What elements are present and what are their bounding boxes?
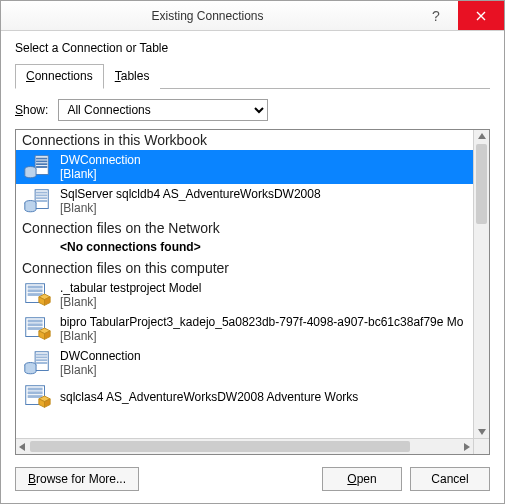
help-button[interactable]: ? xyxy=(414,1,458,30)
item-sub: [Blank] xyxy=(60,167,141,181)
svg-rect-19 xyxy=(28,327,43,330)
svg-rect-7 xyxy=(36,192,47,194)
connection-item[interactable]: SqlServer sqlcldb4 AS_AdventureWorksDW20… xyxy=(16,184,473,218)
item-sub: [Blank] xyxy=(60,201,321,215)
svg-rect-21 xyxy=(36,354,47,356)
connection-item[interactable]: sqlclas4 AS_AdventureWorksDW2008 Adventu… xyxy=(16,380,473,414)
item-text: sqlclas4 AS_AdventureWorksDW2008 Adventu… xyxy=(60,390,358,404)
item-text: bipro TabularProject3_kadejo_5a0823db-79… xyxy=(60,315,463,343)
svg-rect-15 xyxy=(28,293,43,296)
titlebar: Existing Connections ? xyxy=(1,1,504,31)
svg-rect-27 xyxy=(28,388,43,391)
connection-item[interactable]: DWConnection [Blank] xyxy=(16,346,473,380)
vertical-scrollbar[interactable] xyxy=(473,130,489,438)
svg-rect-1 xyxy=(36,158,47,160)
item-sub: [Blank] xyxy=(60,329,463,343)
cube-icon xyxy=(22,280,52,310)
list-viewport: Connections in this Workbook DWConnectio… xyxy=(16,130,473,438)
svg-rect-13 xyxy=(28,286,43,289)
item-text: SqlServer sqlcldb4 AS_AdventureWorksDW20… xyxy=(60,187,321,215)
footer-right: Open Cancel xyxy=(322,467,490,491)
cancel-button[interactable]: Cancel xyxy=(410,467,490,491)
svg-rect-17 xyxy=(28,320,43,323)
item-sub: [Blank] xyxy=(60,295,201,309)
group-computer: Connection files on this computer xyxy=(16,258,473,278)
connection-list: Connections in this Workbook DWConnectio… xyxy=(15,129,490,455)
show-dropdown[interactable]: All Connections xyxy=(58,99,268,121)
footer: Browse for More... Open Cancel xyxy=(15,467,490,491)
scrollbar-thumb[interactable] xyxy=(30,441,410,452)
titlebar-buttons: ? xyxy=(414,1,504,30)
db-icon xyxy=(22,186,52,216)
svg-rect-18 xyxy=(28,323,43,326)
svg-rect-2 xyxy=(36,160,47,162)
scrollbar-thumb[interactable] xyxy=(476,144,487,224)
db-icon xyxy=(22,348,52,378)
tab-connections[interactable]: Connections xyxy=(15,64,104,89)
open-button[interactable]: Open xyxy=(322,467,402,491)
item-text: DWConnection [Blank] xyxy=(60,153,141,181)
item-name: DWConnection xyxy=(60,153,141,167)
cube-icon xyxy=(22,382,52,412)
tab-bar: Connections Tables xyxy=(15,63,490,89)
close-icon xyxy=(476,11,486,21)
item-text: ._tabular testproject Model [Blank] xyxy=(60,281,201,309)
svg-rect-4 xyxy=(36,166,47,168)
db-icon xyxy=(22,152,52,182)
svg-rect-3 xyxy=(36,163,47,165)
horizontal-scrollbar[interactable] xyxy=(16,438,473,454)
browse-button[interactable]: Browse for More... xyxy=(15,467,139,491)
item-sub: [Blank] xyxy=(60,363,141,377)
cube-icon xyxy=(22,314,52,344)
connection-item[interactable]: bipro TabularProject3_kadejo_5a0823db-79… xyxy=(16,312,473,346)
svg-rect-28 xyxy=(28,391,43,394)
close-button[interactable] xyxy=(458,1,504,30)
window-title: Existing Connections xyxy=(1,9,414,23)
svg-rect-10 xyxy=(36,200,47,202)
svg-rect-22 xyxy=(36,356,47,358)
show-label: Show: xyxy=(15,103,48,117)
item-name: sqlclas4 AS_AdventureWorksDW2008 Adventu… xyxy=(60,390,358,404)
connection-item[interactable]: DWConnection [Blank] xyxy=(16,150,473,184)
scroll-corner xyxy=(473,438,489,454)
tab-tables[interactable]: Tables xyxy=(104,64,161,89)
no-connections-message: <No connections found> xyxy=(16,238,473,258)
svg-rect-24 xyxy=(36,362,47,364)
svg-rect-29 xyxy=(28,395,43,398)
item-name: ._tabular testproject Model xyxy=(60,281,201,295)
prompt-label: Select a Connection or Table xyxy=(15,41,490,55)
svg-rect-14 xyxy=(28,289,43,292)
svg-rect-8 xyxy=(36,194,47,196)
svg-rect-9 xyxy=(36,197,47,199)
item-name: DWConnection xyxy=(60,349,141,363)
dialog-existing-connections: Existing Connections ? Select a Connecti… xyxy=(0,0,505,504)
show-row: Show: All Connections xyxy=(15,99,490,121)
group-workbook: Connections in this Workbook xyxy=(16,130,473,150)
dialog-body: Select a Connection or Table Connections… xyxy=(1,31,504,503)
item-text: DWConnection [Blank] xyxy=(60,349,141,377)
item-name: bipro TabularProject3_kadejo_5a0823db-79… xyxy=(60,315,463,329)
svg-rect-23 xyxy=(36,359,47,361)
connection-item[interactable]: ._tabular testproject Model [Blank] xyxy=(16,278,473,312)
item-name: SqlServer sqlcldb4 AS_AdventureWorksDW20… xyxy=(60,187,321,201)
group-network: Connection files on the Network xyxy=(16,218,473,238)
